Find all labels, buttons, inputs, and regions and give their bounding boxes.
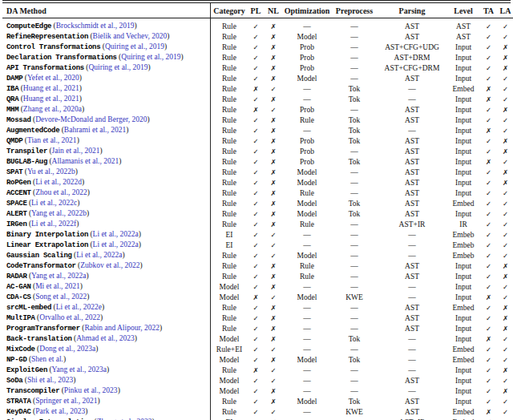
citation-close-paren: ) [139,230,141,238]
cell-pre: Tok [331,125,378,135]
cell-pl: ✓ [248,115,264,125]
cell-parsing: AST [378,115,446,125]
cell-ta: ✓ [480,208,497,219]
cell-la: ✗ [497,365,513,375]
cell-ta: ✓ [480,115,497,125]
citation-link[interactable]: Yang et al., 2023a [52,365,107,374]
cell-level: Input [446,323,480,333]
citation-link[interactable]: Yang et al., 2022b [31,209,87,217]
cell-la: ✓ [497,83,513,94]
column-header-preprocess: Preprocess [331,3,378,18]
citation-link[interactable]: Zhou et al., 2022 [35,188,87,196]
cell-nl: ✗ [264,313,283,323]
citation-link[interactable]: Brockschmidt et al., 2019 [56,22,135,30]
cell-da-method: CodeTransformator (Zubkov et al., 2022) [2,260,211,271]
cell-pl: ✓ [248,125,264,135]
citation-close-paren: ) [63,355,66,363]
citation-link[interactable]: Huang et al., 2021 [23,84,79,92]
citation-link[interactable]: Quiring et al., 2019 [121,53,180,61]
cell-parsing: — [378,250,446,260]
table-row: SPACE (Li et al., 2022c)Rule✓✗ModelTokAS… [2,198,513,208]
citation-link[interactable]: Shen et al. [31,355,63,363]
citation-close-paren: ) [77,199,79,207]
cell-la: ✓ [497,240,513,250]
method-name: Mossad [6,116,31,124]
cell-parsing: — [378,354,446,365]
citation-link[interactable]: Zubkov et al., 2022 [80,261,139,269]
table-row: ExploitGen (Yang et al., 2023a)Rule✗✓———… [2,365,513,375]
citation-link[interactable]: Devore-McDonald and Berger, 2020 [35,115,147,123]
citation-link[interactable]: Yefet et al., 2020 [27,74,79,82]
cell-level: Input [446,146,480,156]
citation-close-paren: ) [82,178,84,186]
citation-close-paren: ) [79,74,82,82]
method-name: RoPGen [6,179,31,187]
cell-parsing: — [378,292,446,302]
citation-link[interactable]: Orvalho et al., 2022 [39,313,100,321]
citation-link[interactable]: Quiring et al., 2019 [88,63,147,71]
table-row: RoPGen (Li et al., 2022d)Rule✓✗Model—AST… [2,177,513,188]
citation-link[interactable]: Li et al., 2022a [76,251,122,259]
cell-pl: ✓ [248,333,264,344]
citation-link[interactable]: Yu et al., 2022b [27,168,75,176]
citation-link[interactable]: Huang et al., 2021 [23,95,79,103]
cell-da-method: MultIPA (Orvalho et al., 2022) [2,313,211,323]
citation-link[interactable]: Li et al., 2022c [31,199,77,207]
citation-link[interactable]: Park et al., 2023 [35,407,85,415]
citation-link[interactable]: Springer et al., 2021 [35,397,97,405]
citation-link[interactable]: Jain et al., 2021 [52,147,100,155]
cell-category: Rule [211,406,248,417]
method-name: IBA [6,85,18,93]
column-header-ta: TA [480,3,497,18]
citation-close-paren: ) [135,22,137,30]
citation-link[interactable]: Li et al., 2022e [56,303,102,311]
citation-link[interactable]: Bahrami et al., 2021 [64,126,126,134]
cell-pl: ✓ [248,188,264,198]
cell-parsing: — [378,386,446,396]
cell-la: ✗ [497,42,513,52]
citation-link[interactable]: Song et al., 2022 [35,293,87,301]
citation-link[interactable]: Li et al., 2022f [31,220,76,228]
cell-nl: ✓ [264,104,283,115]
cell-ta: ✓ [480,135,497,146]
cell-la: ✗ [497,135,513,146]
citation-link[interactable]: Li et al., 2022d [35,178,82,186]
method-name: RefineRepresentation [6,33,88,41]
citation-close-paren: ) [87,209,89,217]
citation-link[interactable]: Shi et al., 2023 [27,376,73,384]
cell-category: Model [211,292,248,302]
citation-link[interactable]: Rabin and Alipour, 2022 [84,324,160,332]
cell-opt: Prob [283,156,331,167]
cell-pl: ✓ [248,354,264,365]
cell-pl: ✓ [248,198,264,208]
citation-link[interactable]: Dong et al., 2023a [39,345,95,353]
cell-parsing: — [378,125,446,135]
table-row: QMDP (Tian et al., 2021)Rule✓✗ProbTokAST… [2,135,513,146]
cell-ta: ✓ [480,396,497,406]
citation-link[interactable]: Li et al., 2022a [93,230,139,238]
cell-ta: ✓ [480,229,497,240]
citation-link[interactable]: Tian et al., 2021 [27,136,77,144]
cell-category: Rule [211,42,248,52]
cell-ta: ✗ [480,125,497,135]
cell-nl: ✗ [264,115,283,125]
citation-link[interactable]: Bielik and Vechev, 2020 [93,32,168,40]
cell-nl: ✗ [264,135,283,146]
citation-link[interactable]: Pinku et al., 2023 [64,386,118,394]
citation-link[interactable]: Yang et al., 2022a [31,272,86,280]
method-name: Back-translation [6,335,72,343]
cell-nl: ✓ [264,83,283,94]
cell-opt: — [283,323,331,333]
method-name: ComputeEdge [6,22,51,30]
cell-ta: ✓ [480,240,497,250]
citation-link[interactable]: Allamanis et al., 2021 [52,157,119,165]
cell-da-method: SoDa (Shi et al., 2023) [2,375,211,386]
citation-link[interactable]: Zhang et al., 2020a [23,105,82,113]
cell-category: Rule [211,146,248,156]
citation-close-paren: ) [99,147,102,155]
cell-la: ✓ [497,198,513,208]
citation-link[interactable]: Li et al., 2022a [93,240,139,248]
citation-link[interactable]: Quiring et al., 2019 [105,42,164,50]
citation-link[interactable]: Ahmad et al., 2023 [76,334,135,342]
citation-link[interactable]: Mi et al., 2021 [35,282,80,290]
